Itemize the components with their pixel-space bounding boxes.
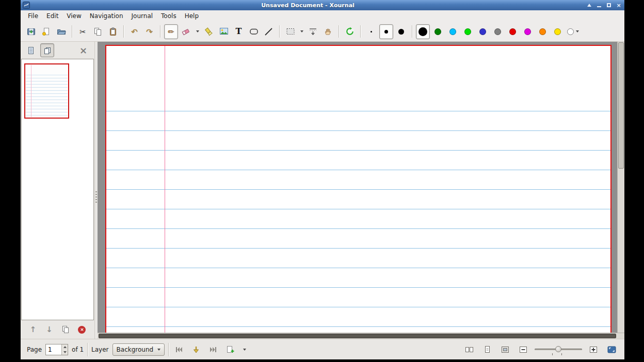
- vertical-scrollbar-thumb[interactable]: [618, 42, 624, 169]
- zoom-out-icon: [519, 346, 527, 353]
- ruler-tool-button[interactable]: [262, 24, 276, 39]
- page-number-input[interactable]: [46, 344, 61, 355]
- duplicate-page-button[interactable]: [60, 324, 71, 335]
- horizontal-scrollbar[interactable]: [98, 333, 624, 339]
- select-options-dropdown[interactable]: [298, 24, 305, 39]
- color-white-button[interactable]: [566, 24, 581, 39]
- next-page-button[interactable]: [189, 343, 203, 356]
- pen-size-thick-button[interactable]: [394, 24, 408, 39]
- move-page-down-button[interactable]: ↓: [44, 324, 55, 335]
- color-orange-button[interactable]: [536, 24, 550, 39]
- menu-help[interactable]: Help: [181, 11, 203, 21]
- page-decrement-button[interactable]: [62, 350, 68, 355]
- highlighter-tool-button[interactable]: [202, 24, 216, 39]
- slider-tick: [561, 353, 562, 355]
- move-page-up-button[interactable]: ↑: [27, 324, 39, 335]
- sidebar-close-button[interactable]: ×: [79, 46, 87, 55]
- title-bar: Unsaved Document - Xournal ×: [21, 0, 624, 10]
- color-red-button[interactable]: [506, 24, 520, 39]
- cut-icon: ✂: [79, 28, 86, 36]
- pages-view-tab[interactable]: [40, 43, 54, 57]
- new-page-options-dropdown[interactable]: [240, 343, 249, 356]
- new-document-button[interactable]: [39, 24, 53, 39]
- default-pen-button[interactable]: [343, 24, 357, 39]
- save-button[interactable]: [24, 24, 38, 39]
- color-light-green-button[interactable]: [461, 24, 475, 39]
- vertical-space-tool-button[interactable]: [306, 24, 320, 39]
- black-color-icon: [418, 27, 427, 36]
- menu-tools[interactable]: Tools: [157, 11, 181, 21]
- horizontal-scrollbar-thumb[interactable]: [99, 334, 616, 338]
- color-green-button[interactable]: [431, 24, 445, 39]
- shape-recognizer-button[interactable]: [247, 24, 261, 39]
- zoom-in-button[interactable]: [587, 343, 600, 356]
- color-light-blue-button[interactable]: [446, 24, 460, 39]
- fullscreen-icon: [607, 346, 616, 353]
- layer-label: Layer: [91, 346, 108, 353]
- duplicate-page-icon: [61, 325, 70, 334]
- undo-icon: ↶: [131, 28, 138, 36]
- window-title: Unsaved Document - Xournal: [30, 2, 586, 9]
- page-1-thumbnail[interactable]: [24, 63, 69, 119]
- vertical-scrollbar[interactable]: [617, 42, 624, 333]
- color-magenta-button[interactable]: [521, 24, 535, 39]
- delete-page-button[interactable]: ×: [76, 324, 88, 335]
- eraser-options-dropdown[interactable]: [194, 24, 201, 39]
- zoom-slider[interactable]: [535, 344, 582, 355]
- maximize-button[interactable]: [605, 2, 613, 9]
- toolbar-separator: [279, 25, 280, 38]
- two-page-view-button[interactable]: [462, 343, 476, 356]
- shade-button[interactable]: [586, 2, 593, 9]
- layers-view-tab[interactable]: [24, 43, 38, 57]
- single-page-view-button[interactable]: [480, 343, 494, 356]
- zoom-slider-handle[interactable]: [555, 346, 561, 352]
- color-gray-button[interactable]: [491, 24, 505, 39]
- menu-journal[interactable]: Journal: [127, 11, 157, 21]
- color-blue-button[interactable]: [476, 24, 490, 39]
- select-rectangle-button[interactable]: [283, 24, 297, 39]
- gray-color-icon: [494, 28, 501, 35]
- image-tool-button[interactable]: [217, 24, 231, 39]
- undo-button[interactable]: ↶: [127, 24, 141, 39]
- menu-view[interactable]: View: [62, 11, 85, 21]
- close-button[interactable]: ×: [615, 2, 622, 9]
- hand-tool-button[interactable]: [321, 24, 335, 39]
- pen-size-medium-button[interactable]: [379, 24, 393, 39]
- pen-tool-button[interactable]: ✏: [164, 24, 178, 39]
- menu-edit[interactable]: Edit: [42, 11, 62, 21]
- color-black-button[interactable]: [416, 24, 430, 39]
- document-canvas[interactable]: [98, 42, 617, 333]
- eraser-tool-button[interactable]: [179, 24, 193, 39]
- menu-bar: FileEditViewNavigationJournalToolsHelp: [21, 10, 624, 22]
- orange-color-icon: [539, 28, 546, 35]
- pen-size-fine-button[interactable]: [364, 24, 378, 39]
- open-button[interactable]: [54, 24, 68, 39]
- paste-button[interactable]: [106, 24, 120, 39]
- toolbar-separator: [72, 25, 72, 38]
- redo-button[interactable]: ↷: [142, 24, 156, 39]
- statusbar-separator: [168, 343, 169, 356]
- resize-grip-icon: [95, 191, 97, 203]
- green-color-icon: [434, 28, 441, 35]
- sidebar-footer: ↑ ↓ ×: [21, 320, 94, 339]
- zoom-out-button[interactable]: [517, 343, 530, 356]
- thick-size-dot-icon: [398, 29, 404, 35]
- page-increment-button[interactable]: [62, 344, 68, 350]
- toolbar-separator: [339, 25, 339, 38]
- zoom-fit-page-button[interactable]: [498, 343, 512, 356]
- ruled-lines: [106, 111, 610, 333]
- fullscreen-button[interactable]: [605, 343, 618, 356]
- layer-combobox[interactable]: Background: [112, 343, 165, 356]
- cut-button[interactable]: ✂: [76, 24, 90, 39]
- text-tool-button[interactable]: T: [232, 24, 246, 39]
- copy-button[interactable]: [91, 24, 105, 39]
- yellow-color-icon: [554, 28, 561, 35]
- menu-file[interactable]: File: [24, 11, 42, 21]
- page-1[interactable]: [105, 45, 611, 333]
- new-page-after-button[interactable]: [223, 343, 237, 356]
- first-page-button[interactable]: [172, 343, 186, 356]
- menu-navigation[interactable]: Navigation: [86, 11, 127, 21]
- color-yellow-button[interactable]: [551, 24, 565, 39]
- last-page-button[interactable]: [206, 343, 220, 356]
- minimize-button[interactable]: [595, 2, 603, 9]
